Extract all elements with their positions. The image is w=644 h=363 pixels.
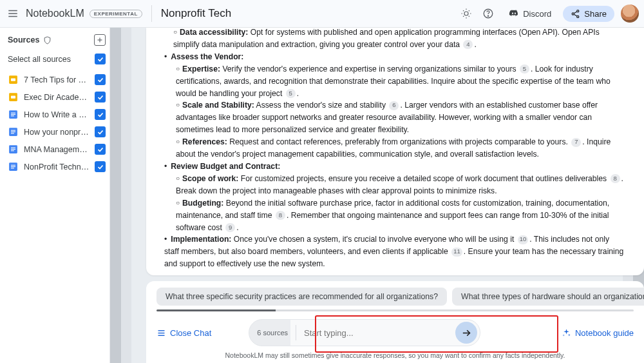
- svg-rect-46: [158, 332, 165, 333]
- main-area: Data accessibility: Opt for systems with…: [110, 28, 644, 363]
- collapse-icon: [156, 328, 166, 338]
- doc-icon: [8, 109, 19, 120]
- share-button[interactable]: Share: [563, 6, 614, 22]
- checkbox-icon[interactable]: [95, 144, 106, 155]
- doc-icon: [8, 161, 19, 172]
- checkbox-icon[interactable]: [95, 161, 106, 172]
- citation-chip[interactable]: 5: [286, 89, 296, 98]
- svg-rect-36: [11, 150, 14, 151]
- share-icon: [571, 9, 580, 19]
- list-item: Implementation: Once you've chosen a sys…: [164, 233, 625, 270]
- citation-chip[interactable]: 11: [451, 248, 462, 257]
- svg-rect-34: [11, 148, 15, 148]
- checkbox-icon[interactable]: [95, 74, 106, 85]
- svg-point-15: [572, 12, 574, 14]
- svg-rect-28: [11, 115, 14, 116]
- source-item[interactable]: 7 Tech Tips for Execut...: [8, 71, 106, 88]
- list-item: References: Request and contact referenc…: [176, 136, 625, 161]
- shield-icon: [43, 36, 52, 44]
- source-label: NonProfit Technology ...: [24, 162, 90, 172]
- disclaimer-text: NotebookLM may still sometimes give inac…: [146, 349, 644, 363]
- sidebar: Sources Select all sources 7 Tech Tips f…: [0, 28, 110, 363]
- send-button[interactable]: [455, 322, 477, 344]
- svg-line-10: [463, 16, 464, 17]
- source-label: How to Write a Grant...: [24, 110, 90, 119]
- share-label: Share: [584, 9, 607, 19]
- citation-chip[interactable]: 7: [571, 138, 581, 147]
- citation-chip[interactable]: 8: [276, 211, 285, 220]
- svg-rect-45: [158, 330, 165, 331]
- menu-icon[interactable]: [4, 5, 22, 23]
- svg-point-3: [464, 12, 468, 15]
- source-label: 7 Tech Tips for Execut...: [24, 75, 90, 84]
- help-icon[interactable]: [479, 5, 497, 23]
- svg-rect-35: [11, 149, 15, 150]
- svg-rect-38: [11, 165, 15, 166]
- close-chat-button[interactable]: Close Chat: [156, 328, 211, 338]
- list-item: Scope of work: For customized projects, …: [176, 173, 625, 197]
- notebook-guide-button[interactable]: Notebook guide: [562, 328, 634, 338]
- doc-icon: [8, 126, 19, 137]
- svg-point-14: [577, 10, 579, 12]
- discord-icon: [509, 8, 519, 19]
- list-item: Budgeting: Beyond the initial software p…: [176, 197, 625, 234]
- add-source-button[interactable]: [94, 34, 106, 46]
- chat-input-container: 6 sources: [249, 319, 480, 346]
- discord-label: Discord: [523, 9, 551, 19]
- brand-name: NotebookLM: [26, 8, 84, 19]
- citation-chip[interactable]: 10: [518, 235, 529, 244]
- svg-rect-47: [158, 335, 165, 335]
- discord-button[interactable]: Discord: [501, 5, 559, 22]
- slides-icon: [8, 74, 19, 85]
- top-bar: NotebookLM EXPERIMENTAL Nonprofit Tech D…: [0, 0, 644, 28]
- citation-chip[interactable]: 8: [611, 174, 620, 183]
- citation-chip[interactable]: 6: [389, 101, 399, 110]
- suggestion-chip[interactable]: What three specific security practices a…: [156, 288, 447, 306]
- svg-rect-39: [11, 166, 15, 167]
- slides-icon: [8, 92, 19, 103]
- source-item[interactable]: MNA Management Ma...: [8, 141, 106, 158]
- suggestion-chip[interactable]: What three types of hardware should an o…: [452, 288, 644, 306]
- source-item[interactable]: How your nonprofit ca...: [8, 123, 106, 141]
- list-item: Expertise: Verify the vendor's experienc…: [176, 63, 625, 100]
- svg-rect-22: [11, 78, 15, 81]
- response-card: Data accessibility: Opt for systems with…: [146, 28, 644, 275]
- citation-chip[interactable]: 9: [225, 223, 235, 232]
- checkbox-icon[interactable]: [95, 109, 106, 120]
- checkbox-icon[interactable]: [95, 54, 106, 64]
- source-item[interactable]: How to Write a Grant...: [8, 106, 106, 123]
- closing-text: By following these steps, an executive d…: [162, 274, 625, 275]
- source-item[interactable]: NonProfit Technology ...: [8, 158, 106, 175]
- list-item: Data accessibility: Opt for systems with…: [173, 28, 625, 51]
- checkbox-icon[interactable]: [95, 126, 106, 137]
- svg-line-11: [469, 10, 469, 11]
- citation-chip[interactable]: 4: [463, 40, 473, 49]
- svg-rect-30: [11, 130, 15, 131]
- svg-line-17: [574, 11, 577, 13]
- svg-rect-32: [11, 133, 14, 133]
- svg-line-8: [463, 10, 464, 11]
- sources-label: Sources: [8, 35, 39, 44]
- notebook-title[interactable]: Nonprofit Tech: [161, 7, 231, 20]
- checkbox-icon[interactable]: [95, 92, 106, 103]
- svg-line-18: [574, 14, 577, 16]
- doc-icon: [8, 144, 19, 155]
- svg-point-13: [488, 15, 489, 16]
- svg-rect-27: [11, 114, 15, 115]
- list-item: Review Budget and Contract: Scope of wor…: [164, 161, 625, 233]
- avatar[interactable]: [621, 5, 639, 23]
- list-item: Assess the Vendor: Expertise: Verify the…: [164, 51, 625, 161]
- source-label: How your nonprofit ca...: [24, 128, 90, 137]
- source-item[interactable]: Exec Dir Academy 20...: [8, 88, 106, 106]
- source-count[interactable]: 6 sources: [249, 325, 296, 340]
- svg-rect-31: [11, 132, 15, 132]
- brightness-icon[interactable]: [457, 5, 475, 23]
- chat-panel: What three specific security practices a…: [146, 281, 644, 363]
- svg-rect-24: [11, 95, 15, 98]
- citation-chip[interactable]: 5: [520, 64, 529, 74]
- source-label: MNA Management Ma...: [24, 145, 90, 154]
- arrow-right-icon: [461, 328, 472, 338]
- list-item: Scale and Stability: Assess the vendor's…: [176, 99, 625, 136]
- chat-input[interactable]: [296, 328, 455, 338]
- select-all-sources[interactable]: Select all sources: [8, 54, 106, 64]
